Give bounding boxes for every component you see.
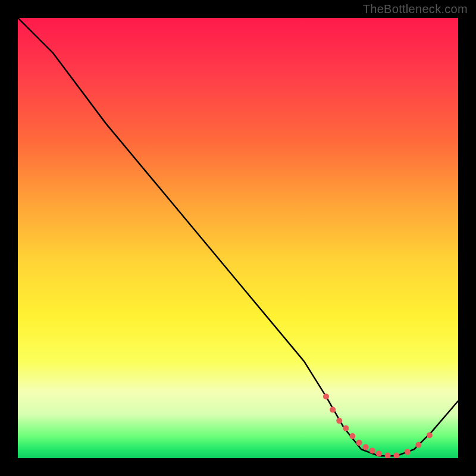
highlight-point xyxy=(405,449,411,455)
highlight-point xyxy=(369,447,375,453)
highlight-point xyxy=(356,440,362,446)
highlight-point xyxy=(376,451,382,457)
highlight-markers xyxy=(323,393,433,458)
highlight-point xyxy=(349,433,355,439)
highlight-point xyxy=(393,453,399,458)
plot-area xyxy=(18,18,458,458)
chart-stage: TheBottleneck.com xyxy=(0,0,476,476)
highlight-point xyxy=(363,444,369,450)
highlight-point xyxy=(336,418,342,424)
highlight-point xyxy=(330,407,336,413)
highlight-point xyxy=(385,453,391,458)
bottleneck-curve-path xyxy=(18,18,458,456)
highlight-point xyxy=(427,433,433,439)
highlight-point xyxy=(323,393,329,399)
watermark-text: TheBottleneck.com xyxy=(363,2,468,16)
curve-layer xyxy=(18,18,458,458)
highlight-point xyxy=(343,425,349,431)
highlight-point xyxy=(415,442,421,448)
